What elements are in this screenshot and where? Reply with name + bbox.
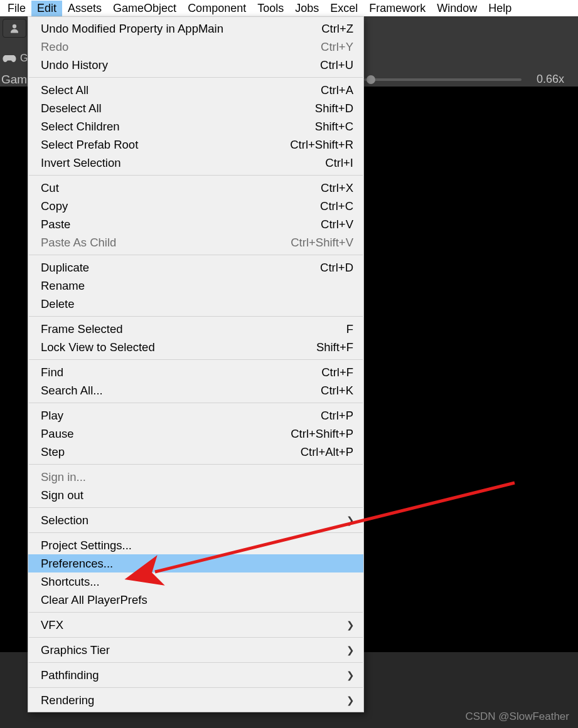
- menu-file[interactable]: File: [2, 1, 31, 16]
- menu-item-select-children[interactable]: Select ChildrenShift+C: [28, 117, 363, 135]
- menu-item-selection[interactable]: Selection❯: [28, 511, 363, 529]
- menu-item-frame-selected[interactable]: Frame SelectedF: [28, 320, 363, 338]
- menu-item-shortcut: Ctrl+K: [321, 384, 353, 398]
- menu-separator: [29, 637, 363, 638]
- menu-item-rename[interactable]: Rename: [28, 277, 363, 295]
- menu-item-project-settings[interactable]: Project Settings...: [28, 536, 363, 554]
- menu-item-label: Cut: [41, 181, 59, 195]
- menu-item-play[interactable]: PlayCtrl+P: [28, 406, 363, 425]
- menu-item-invert-selection[interactable]: Invert SelectionCtrl+I: [28, 154, 363, 172]
- menu-component[interactable]: Component: [182, 1, 252, 16]
- menu-separator: [29, 532, 363, 533]
- menu-separator: [29, 507, 363, 508]
- menu-item-shortcut: Ctrl+V: [321, 218, 353, 231]
- menu-item-shortcut: F: [346, 322, 353, 336]
- menu-item-shortcut: Ctrl+Y: [321, 40, 353, 54]
- menu-item-step[interactable]: StepCtrl+Alt+P: [28, 443, 363, 461]
- menu-item-label: VFX: [41, 618, 63, 632]
- app-root: FileEditAssetsGameObjectComponentToolsJo…: [0, 0, 578, 728]
- menu-item-label: Copy: [41, 199, 68, 213]
- menu-item-vfx[interactable]: VFX❯: [28, 616, 363, 634]
- menu-item-label: Clear All PlayerPrefs: [41, 593, 147, 607]
- menu-item-paste[interactable]: PasteCtrl+V: [28, 215, 363, 233]
- menu-item-select-prefab-root[interactable]: Select Prefab RootCtrl+Shift+R: [28, 135, 363, 154]
- menu-item-shortcuts[interactable]: Shortcuts...: [28, 572, 363, 591]
- toolbar-row: [3, 19, 26, 37]
- menu-item-shortcut: Shift+D: [315, 102, 353, 115]
- menu-item-copy[interactable]: CopyCtrl+C: [28, 197, 363, 215]
- menu-item-label: Delete: [41, 297, 74, 311]
- menu-separator: [29, 687, 363, 688]
- menu-edit[interactable]: Edit: [31, 1, 62, 16]
- menu-item-undo-modified-property-in-appmain[interactable]: Undo Modified Property in AppMainCtrl+Z: [28, 19, 363, 38]
- menu-item-select-all[interactable]: Select AllCtrl+A: [28, 81, 363, 99]
- menu-item-deselect-all[interactable]: Deselect AllShift+D: [28, 99, 363, 117]
- menu-item-label: Find: [41, 366, 63, 379]
- menu-separator: [29, 316, 363, 317]
- game-tab-label[interactable]: Gam: [0, 73, 27, 87]
- menu-item-sign-in: Sign in...: [28, 468, 363, 486]
- menu-separator: [29, 175, 363, 176]
- menu-item-cut[interactable]: CutCtrl+X: [28, 179, 363, 197]
- menu-separator: [29, 77, 363, 78]
- menu-item-search-all[interactable]: Search All...Ctrl+K: [28, 381, 363, 399]
- menu-item-label: Select All: [41, 83, 88, 97]
- menu-item-sign-out[interactable]: Sign out: [28, 486, 363, 504]
- menu-item-redo: RedoCtrl+Y: [28, 38, 363, 56]
- menu-gameobject[interactable]: GameObject: [107, 1, 182, 16]
- menu-item-shortcut: Ctrl+Shift+R: [290, 138, 353, 152]
- menu-item-pathfinding[interactable]: Pathfinding❯: [28, 666, 363, 684]
- menu-assets[interactable]: Assets: [62, 1, 107, 16]
- menu-item-undo-history[interactable]: Undo HistoryCtrl+U: [28, 56, 363, 74]
- menu-item-shortcut: Ctrl+D: [320, 261, 353, 275]
- menu-item-shortcut: Ctrl+Shift+P: [291, 427, 353, 441]
- menu-item-label: Undo Modified Property in AppMain: [41, 22, 223, 36]
- menu-item-label: Lock View to Selected: [41, 340, 155, 354]
- menu-item-delete[interactable]: Delete: [28, 295, 363, 313]
- edit-menu-dropdown: Undo Modified Property in AppMainCtrl+ZR…: [28, 16, 364, 712]
- menu-item-label: Graphics Tier: [41, 643, 110, 657]
- menu-item-label: Invert Selection: [41, 156, 121, 170]
- chevron-right-icon: ❯: [346, 695, 355, 706]
- menu-item-label: Preferences...: [41, 557, 113, 571]
- menu-item-duplicate[interactable]: DuplicateCtrl+D: [28, 258, 363, 277]
- menu-item-label: Step: [41, 445, 65, 459]
- menu-excel[interactable]: Excel: [324, 1, 363, 16]
- menu-tools[interactable]: Tools: [252, 1, 289, 16]
- account-button[interactable]: [3, 19, 26, 38]
- menu-item-graphics-tier[interactable]: Graphics Tier❯: [28, 641, 363, 659]
- menu-item-lock-view-to-selected[interactable]: Lock View to SelectedShift+F: [28, 338, 363, 356]
- menu-separator: [29, 464, 363, 465]
- zoom-slider-track[interactable]: [364, 78, 522, 81]
- menu-item-shortcut: Ctrl+C: [320, 199, 353, 213]
- menu-item-label: Redo: [41, 40, 68, 54]
- menu-item-paste-as-child: Paste As ChildCtrl+Shift+V: [28, 233, 363, 251]
- menu-jobs[interactable]: Jobs: [289, 1, 324, 16]
- menu-item-clear-all-playerprefs[interactable]: Clear All PlayerPrefs: [28, 591, 363, 609]
- menu-item-label: Shortcuts...: [41, 575, 100, 589]
- menu-item-label: Select Children: [41, 120, 119, 134]
- zoom-value: 0.66x: [537, 73, 564, 86]
- menu-item-rendering[interactable]: Rendering❯: [28, 691, 363, 709]
- chevron-right-icon: ❯: [346, 515, 355, 526]
- menu-item-shortcut: Ctrl+A: [321, 83, 353, 97]
- menu-item-label: Undo History: [41, 58, 108, 72]
- menu-item-label: Frame Selected: [41, 322, 123, 336]
- menu-separator: [29, 403, 363, 403]
- menu-window[interactable]: Window: [431, 1, 483, 16]
- menu-item-label: Play: [41, 409, 63, 423]
- menu-framework[interactable]: Framework: [363, 1, 431, 16]
- menu-item-preferences[interactable]: Preferences...: [28, 554, 363, 572]
- menu-item-shortcut: Ctrl+Z: [321, 22, 353, 36]
- menu-item-shortcut: Ctrl+P: [321, 409, 353, 423]
- menu-item-label: Project Settings...: [41, 539, 132, 552]
- menu-help[interactable]: Help: [483, 1, 517, 16]
- menu-item-label: Selection: [41, 514, 88, 527]
- menu-item-pause[interactable]: PauseCtrl+Shift+P: [28, 425, 363, 443]
- menu-item-shortcut: Ctrl+F: [321, 366, 353, 379]
- menu-item-label: Pause: [41, 427, 73, 441]
- zoom-slider[interactable]: 0.66x: [364, 73, 564, 86]
- zoom-slider-thumb[interactable]: [367, 75, 375, 84]
- menu-item-find[interactable]: FindCtrl+F: [28, 363, 363, 381]
- menu-item-shortcut: Ctrl+Shift+V: [291, 236, 353, 250]
